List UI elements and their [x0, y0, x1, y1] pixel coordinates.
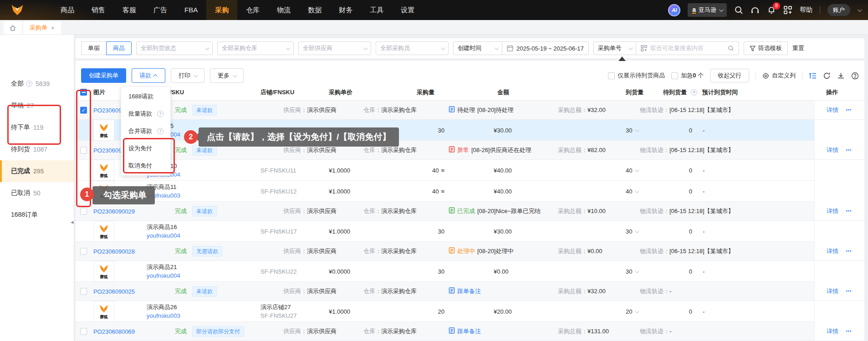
- po-number-link[interactable]: PO2306090028: [93, 248, 135, 254]
- product-sku-link[interactable]: youfnsku004: [147, 271, 258, 280]
- export-download-icon[interactable]: [837, 72, 845, 80]
- chevron-down-icon[interactable]: [635, 309, 639, 313]
- po-number-link[interactable]: PO2306090029: [93, 208, 135, 214]
- detail-link[interactable]: 详情: [827, 106, 838, 114]
- more-actions-icon[interactable]: ⋯: [846, 288, 852, 295]
- row-checkbox[interactable]: [80, 107, 87, 113]
- menu-item[interactable]: 1688请款: [121, 88, 170, 105]
- help-icon[interactable]: ?: [691, 89, 697, 96]
- print-button[interactable]: 打印: [171, 68, 204, 83]
- nav-item[interactable]: 客服: [114, 0, 145, 20]
- ai-assistant-icon[interactable]: AI: [668, 4, 680, 16]
- marketplace-switcher[interactable]: a 亚马逊: [688, 3, 727, 17]
- reset-button[interactable]: 重置: [792, 44, 804, 52]
- nav-item[interactable]: 仓库: [237, 0, 268, 20]
- product-image[interactable]: 赛狐: [93, 261, 114, 282]
- menu-item[interactable]: 合并请款?: [121, 122, 170, 140]
- chevron-down-icon[interactable]: [635, 229, 639, 233]
- help-icon[interactable]: ?: [157, 111, 163, 117]
- create-po-button[interactable]: 创建采购单: [81, 68, 126, 83]
- payment-request-button[interactable]: 请款: [132, 68, 165, 83]
- tab-home[interactable]: [4, 21, 22, 34]
- detail-link[interactable]: 详情: [827, 287, 838, 295]
- more-actions-icon[interactable]: ⋯: [846, 328, 852, 335]
- date-range-input[interactable]: 2025-05-19 ~ 2025-06-17: [502, 41, 589, 55]
- apps-grid-icon[interactable]: [783, 5, 792, 15]
- sidebar-item[interactable]: 待下单119: [0, 117, 74, 138]
- more-actions-icon[interactable]: ⋯: [846, 248, 852, 254]
- nav-item[interactable]: 商品: [52, 0, 83, 20]
- sidebar-item[interactable]: 1688订单: [0, 204, 74, 226]
- more-actions-icon[interactable]: ⋯: [846, 208, 852, 214]
- po-number-link[interactable]: PO230609: [93, 147, 122, 153]
- nav-item[interactable]: FBA: [176, 0, 206, 20]
- supplier-select[interactable]: 全部供应商: [298, 41, 371, 55]
- nav-item[interactable]: 广告: [145, 0, 176, 20]
- more-actions-icon[interactable]: ⋯: [846, 147, 852, 153]
- product-sku-link[interactable]: youfnsku003: [147, 191, 258, 200]
- row-density-icon[interactable]: [809, 72, 817, 80]
- row-checkbox[interactable]: [80, 248, 87, 254]
- po-number-link[interactable]: PO2306090025: [93, 288, 135, 295]
- row-checkbox[interactable]: [80, 208, 87, 214]
- qty-detail-icon[interactable]: ≡: [441, 188, 444, 195]
- sidebar-item[interactable]: 全部?5839: [0, 73, 74, 95]
- product-image[interactable]: 赛狐: [93, 301, 114, 322]
- product-image[interactable]: 赛狐: [93, 160, 114, 181]
- chevron-down-icon[interactable]: [635, 127, 639, 132]
- sidebar-item[interactable]: 已取消50: [0, 182, 74, 204]
- nav-item[interactable]: 采购: [206, 0, 237, 20]
- segment-shangpin[interactable]: 商品: [106, 41, 132, 55]
- product-sku-link[interactable]: youfnsku004: [147, 231, 258, 240]
- filter-collapse-toggle[interactable]: [618, 56, 626, 61]
- checkbox[interactable]: [671, 72, 678, 79]
- help-icon[interactable]: ?: [26, 81, 32, 87]
- more-actions-icon[interactable]: ⋯: [846, 107, 852, 113]
- nav-item[interactable]: 数据: [299, 0, 330, 20]
- collapse-parent-rows-button[interactable]: 收起父行: [710, 69, 749, 82]
- po-number-link[interactable]: PO230609: [93, 107, 122, 113]
- help-circle-icon[interactable]: [851, 72, 859, 80]
- sidebar-item[interactable]: 已完成295: [0, 160, 74, 182]
- chevron-down-icon[interactable]: [635, 188, 639, 193]
- urgent-checkbox[interactable]: 加急0 个: [671, 71, 704, 80]
- select-all-checkbox[interactable]: [80, 89, 87, 96]
- nav-item[interactable]: 工具: [361, 0, 392, 20]
- nav-item[interactable]: 设置: [392, 0, 423, 20]
- nav-item[interactable]: 物流: [268, 0, 299, 20]
- buyer-select[interactable]: 全部采购员: [376, 41, 449, 55]
- qty-detail-icon[interactable]: ≡: [441, 167, 444, 174]
- more-button[interactable]: 更多: [210, 68, 244, 83]
- sidebar-item[interactable]: 草稿27: [0, 95, 74, 117]
- checkbox[interactable]: [608, 72, 615, 79]
- product-sku-link[interactable]: youfnsku003: [147, 311, 258, 320]
- date-type-select[interactable]: 创建时间: [453, 41, 502, 55]
- chevron-down-icon[interactable]: [635, 168, 639, 172]
- detail-link[interactable]: 详情: [827, 247, 838, 255]
- detail-link[interactable]: 详情: [827, 207, 838, 215]
- arrival-status-select[interactable]: 全部到货状态: [136, 41, 213, 55]
- row-checkbox[interactable]: [80, 328, 87, 335]
- row-checkbox[interactable]: [80, 288, 87, 295]
- detail-link[interactable]: 详情: [827, 327, 838, 336]
- refresh-icon[interactable]: [823, 72, 831, 80]
- nav-item[interactable]: 财务: [330, 0, 361, 20]
- menu-item[interactable]: 取消免付: [121, 157, 170, 174]
- chevron-down-icon[interactable]: [635, 269, 639, 273]
- row-checkbox[interactable]: [80, 147, 87, 153]
- filter-template-button[interactable]: 筛选模板: [744, 41, 788, 55]
- custom-columns-button[interactable]: 自定义列: [762, 71, 796, 80]
- search-type-select[interactable]: 采购单号: [593, 41, 636, 55]
- account-menu[interactable]: 账户: [827, 4, 850, 16]
- nav-item[interactable]: 销售: [83, 0, 114, 20]
- detail-link[interactable]: 详情: [827, 146, 838, 154]
- search-input[interactable]: 双击可批量搜索内容: [636, 41, 739, 55]
- tab-purchase-orders[interactable]: 采购单 ×: [23, 21, 61, 34]
- sidebar-item[interactable]: 待到货1087: [0, 138, 74, 160]
- close-icon[interactable]: ×: [51, 25, 55, 31]
- product-image[interactable]: 赛狐: [93, 120, 114, 141]
- sidebar-collapse-handle[interactable]: ◂: [71, 219, 74, 225]
- menu-item[interactable]: 设为免付: [121, 140, 170, 157]
- help-icon[interactable]: ?: [157, 128, 163, 134]
- product-image[interactable]: 赛狐: [93, 221, 114, 242]
